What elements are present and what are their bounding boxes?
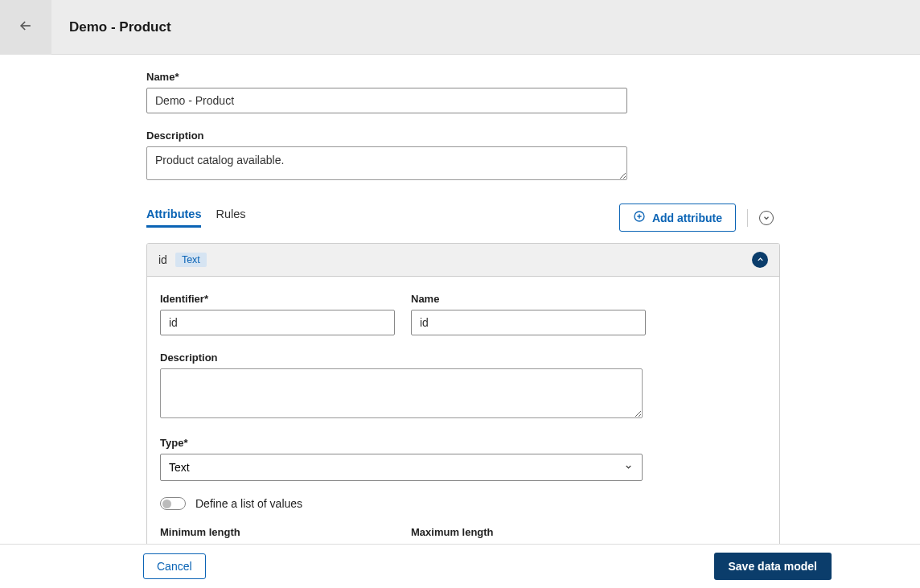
back-button[interactable] [0,0,51,55]
identifier-label: Identifier* [160,293,395,305]
type-label: Type* [160,437,766,449]
list-values-toggle[interactable] [160,497,186,510]
min-length-label: Minimum length [160,526,395,538]
expand-all-toggle[interactable] [759,211,774,225]
name-input[interactable] [146,88,627,113]
identifier-input[interactable] [160,310,395,335]
add-attribute-button[interactable]: Add attribute [619,204,736,232]
attribute-panel: id Text Identifier* Name [146,243,780,544]
attribute-type-badge: Text [175,253,207,267]
attr-name-label: Name [411,293,646,305]
header-bar: Demo - Product [0,0,920,55]
plus-circle-icon [633,210,646,225]
attribute-panel-header[interactable]: id Text [147,244,779,277]
type-select[interactable] [160,454,643,481]
tabs-row: Attributes Rules Add attribute [146,204,774,232]
save-button[interactable]: Save data model [714,553,832,580]
tab-rules[interactable]: Rules [216,208,245,228]
attr-description-textarea[interactable] [160,368,643,418]
max-length-label: Maximum length [411,526,646,538]
main-content: Name* Description Product catalog availa… [0,55,920,544]
collapse-attribute-button[interactable] [752,252,768,268]
vertical-divider [747,209,748,227]
page-title: Demo - Product [69,19,171,35]
footer-bar: Cancel Save data model [0,544,920,588]
attr-name-input[interactable] [411,310,646,335]
chevron-down-icon [762,212,770,224]
list-values-label: Define a list of values [195,497,302,510]
name-label: Name* [146,71,782,83]
description-label: Description [146,130,782,142]
chevron-up-icon [756,253,765,266]
attribute-header-id: id [158,253,167,266]
arrow-left-icon [18,18,34,36]
attr-description-label: Description [160,352,766,364]
add-attribute-label: Add attribute [652,212,722,224]
tab-attributes[interactable]: Attributes [146,208,201,228]
description-textarea[interactable]: Product catalog available. [146,146,627,180]
cancel-button[interactable]: Cancel [143,553,206,579]
